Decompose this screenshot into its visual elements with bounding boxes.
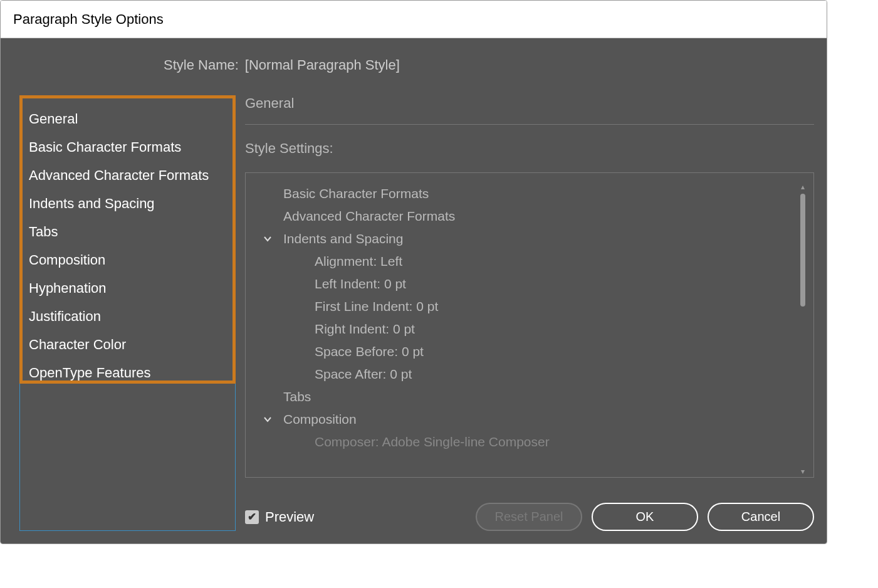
footer-row: ✔ Preview Reset Panel OK Cancel	[245, 478, 814, 531]
tree-row[interactable]: First Line Indent: 0 pt	[258, 295, 798, 318]
category-character-color[interactable]: Character Color	[29, 335, 226, 354]
tree-row[interactable]: Advanced Character Formats	[258, 205, 798, 228]
tree-row[interactable]: Indents and Spacing	[258, 228, 798, 250]
content-area: Style Name: [Normal Paragraph Style] Gen…	[1, 38, 827, 543]
category-justification[interactable]: Justification	[29, 307, 226, 326]
scrollbar[interactable]: ▴ ▾	[798, 182, 807, 477]
right-panel: General Style Settings: Basic Character …	[245, 95, 814, 531]
chevron-down-icon[interactable]	[258, 234, 277, 243]
tree-item-label: Composer: Adobe Single-line Composer	[315, 434, 550, 449]
cancel-button[interactable]: Cancel	[708, 503, 814, 531]
preview-label: Preview	[265, 509, 314, 525]
tree-row[interactable]: Alignment: Left	[258, 250, 798, 273]
style-name-row: Style Name: [Normal Paragraph Style]	[164, 57, 814, 73]
category-indents-and-spacing[interactable]: Indents and Spacing	[29, 194, 226, 213]
reset-panel-button[interactable]: Reset Panel	[476, 503, 582, 531]
tree-row[interactable]: Basic Character Formats	[258, 182, 798, 205]
category-general[interactable]: General	[29, 110, 226, 129]
category-advanced-character-formats[interactable]: Advanced Character Formats	[29, 166, 226, 185]
settings-tree: Basic Character FormatsAdvanced Characte…	[245, 172, 814, 478]
tree-item-label: First Line Indent: 0 pt	[315, 299, 438, 314]
tree-row[interactable]: Tabs	[258, 386, 798, 408]
chevron-down-icon[interactable]	[258, 415, 277, 424]
tree-item-label: Advanced Character Formats	[283, 209, 455, 224]
tree-item-label: Basic Character Formats	[283, 186, 429, 201]
tree-item-label: Composition	[283, 412, 357, 427]
preview-checkbox[interactable]: ✔	[245, 510, 259, 524]
tree-row[interactable]: Composer: Adobe Single-line Composer	[258, 431, 798, 453]
style-name-value: [Normal Paragraph Style]	[245, 57, 400, 73]
tree-row[interactable]: Space Before: 0 pt	[258, 340, 798, 363]
scroll-down-icon[interactable]: ▾	[800, 468, 806, 475]
category-wrapper: General Basic Character Formats Advanced…	[19, 95, 236, 531]
category-opentype-features[interactable]: OpenType Features	[29, 364, 226, 382]
tree-item-label: Tabs	[283, 389, 311, 404]
title-bar: Paragraph Style Options	[1, 1, 827, 38]
tree-item-label: Alignment: Left	[315, 254, 402, 269]
tree-item-label: Left Indent: 0 pt	[315, 276, 406, 291]
category-list-remainder[interactable]	[19, 384, 236, 531]
style-name-label: Style Name:	[164, 57, 239, 73]
style-settings-label: Style Settings:	[245, 140, 814, 157]
category-basic-character-formats[interactable]: Basic Character Formats	[29, 138, 226, 157]
ok-button[interactable]: OK	[592, 503, 698, 531]
tree-row[interactable]: Left Indent: 0 pt	[258, 273, 798, 295]
tree-item-label: Indents and Spacing	[283, 231, 403, 246]
tree-content[interactable]: Basic Character FormatsAdvanced Characte…	[258, 182, 798, 477]
tree-item-label: Space Before: 0 pt	[315, 344, 424, 359]
tree-row[interactable]: Space After: 0 pt	[258, 363, 798, 386]
scroll-thumb[interactable]	[800, 194, 805, 307]
preview-group: ✔ Preview	[245, 509, 466, 525]
tree-row[interactable]: Composition	[258, 408, 798, 431]
dialog-title: Paragraph Style Options	[13, 11, 164, 28]
main-layout: General Basic Character Formats Advanced…	[19, 95, 814, 531]
tree-item-label: Space After: 0 pt	[315, 367, 412, 382]
dialog-window: Paragraph Style Options Style Name: [Nor…	[0, 0, 827, 544]
category-tabs[interactable]: Tabs	[29, 223, 226, 241]
category-composition[interactable]: Composition	[29, 251, 226, 270]
category-sidebar: General Basic Character Formats Advanced…	[19, 95, 236, 384]
tree-row[interactable]: Right Indent: 0 pt	[258, 318, 798, 340]
scroll-up-icon[interactable]: ▴	[800, 184, 806, 190]
category-hyphenation[interactable]: Hyphenation	[29, 279, 226, 298]
panel-heading: General	[245, 95, 814, 125]
tree-item-label: Right Indent: 0 pt	[315, 322, 415, 337]
